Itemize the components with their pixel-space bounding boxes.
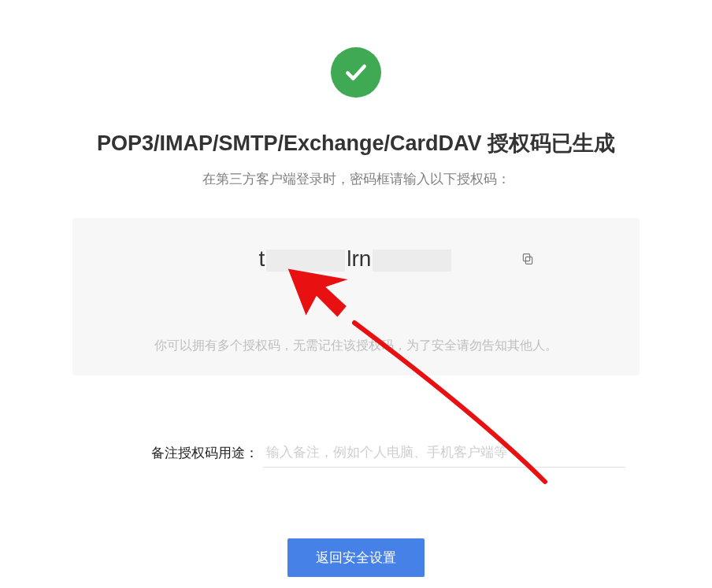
auth-code-text: tlrn bbox=[259, 246, 454, 272]
remark-label: 备注授权码用途： bbox=[151, 444, 258, 462]
page-subtitle: 在第三方客户端登录时，密码框请输入以下授权码： bbox=[202, 170, 510, 188]
code-prefix: t bbox=[259, 246, 265, 271]
auth-code-row: tlrn bbox=[72, 246, 640, 272]
svg-rect-2 bbox=[525, 257, 532, 264]
page-title: POP3/IMAP/SMTP/Exchange/CardDAV 授权码已生成 bbox=[97, 129, 615, 157]
auth-code-hint: 你可以拥有多个授权码，无需记住该授权码，为了安全请勿告知其他人。 bbox=[139, 335, 573, 357]
auth-code-panel: tlrn 你可以拥有多个授权码，无需记住该授权码，为了安全请勿告知其他人。 bbox=[72, 218, 640, 375]
redacted-segment bbox=[373, 250, 451, 272]
redacted-segment bbox=[266, 250, 345, 272]
success-check-icon bbox=[331, 47, 381, 98]
copy-button[interactable] bbox=[518, 250, 537, 268]
remark-input[interactable] bbox=[263, 438, 625, 468]
code-mid: lrn bbox=[347, 246, 371, 271]
back-to-security-button[interactable]: 返回安全设置 bbox=[287, 538, 425, 577]
remark-row: 备注授权码用途： bbox=[72, 438, 640, 468]
copy-icon bbox=[521, 252, 535, 266]
svg-rect-3 bbox=[523, 254, 529, 261]
